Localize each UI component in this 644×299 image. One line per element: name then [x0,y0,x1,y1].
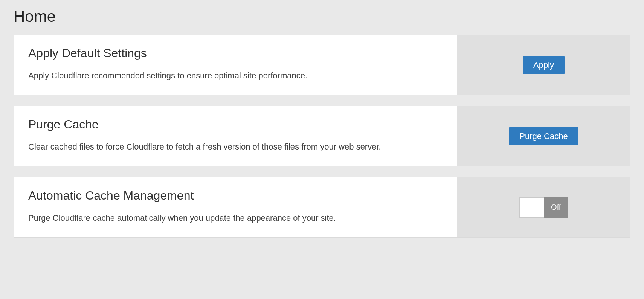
card-description: Clear cached files to force Cloudflare t… [28,140,443,153]
card-purge-cache: Purge Cache Clear cached files to force … [14,106,630,166]
page-title: Home [14,8,630,26]
card-apply-default-settings: Apply Default Settings Apply Cloudflare … [14,35,630,95]
card-title: Purge Cache [28,117,443,131]
card-action-area: Off [457,177,630,237]
card-title: Apply Default Settings [28,46,443,60]
card-action-area: Apply [457,35,630,95]
toggle-state-label: Off [544,197,568,218]
purge-cache-button[interactable]: Purge Cache [509,127,578,145]
card-content: Purge Cache Clear cached files to force … [14,106,457,166]
card-title: Automatic Cache Management [28,189,443,203]
card-content: Apply Default Settings Apply Cloudflare … [14,35,457,95]
card-automatic-cache-management: Automatic Cache Management Purge Cloudfl… [14,177,630,238]
card-description: Purge Cloudflare cache automatically whe… [28,212,443,224]
card-content: Automatic Cache Management Purge Cloudfl… [14,177,457,237]
auto-cache-toggle[interactable]: Off [519,197,568,218]
toggle-track [519,197,544,218]
card-description: Apply Cloudflare recommended settings to… [28,69,443,82]
apply-button[interactable]: Apply [523,56,565,74]
card-action-area: Purge Cache [457,106,630,166]
